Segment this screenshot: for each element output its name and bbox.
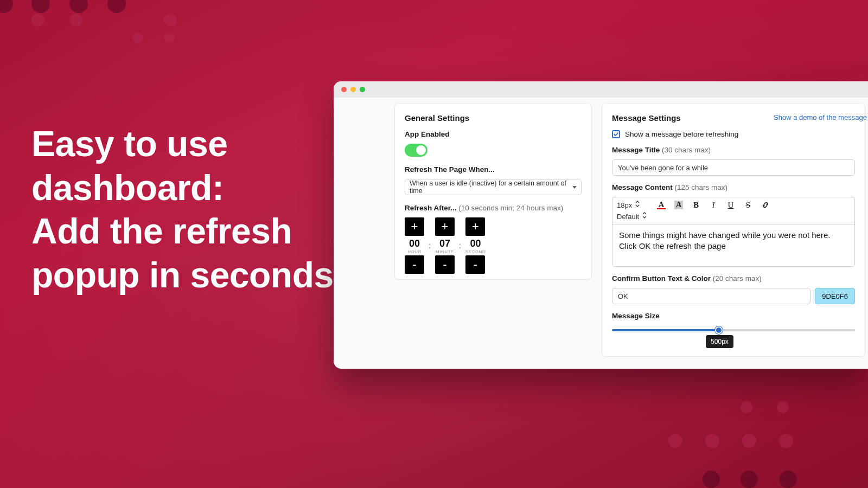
link-icon[interactable] xyxy=(761,201,770,209)
marketing-background: Easy to use dashboard: Add the refresh p… xyxy=(0,0,868,488)
highlight-icon[interactable]: A xyxy=(674,201,683,209)
toggle-knob-icon xyxy=(416,145,426,155)
hour-segment: + 00 HOUR - xyxy=(405,217,424,274)
minute-value: 07 xyxy=(439,238,450,249)
minute-minus-button[interactable]: - xyxy=(435,255,455,274)
message-content-input[interactable]: Some things might have changed while you… xyxy=(612,224,854,266)
chevron-down-icon xyxy=(572,186,577,189)
minimize-icon[interactable] xyxy=(350,87,356,92)
hour-minus-button[interactable]: - xyxy=(405,255,424,274)
second-plus-button[interactable]: + xyxy=(465,217,485,236)
message-settings-card: Message Settings Show a demo of the mess… xyxy=(602,103,865,357)
show-demo-link[interactable]: Show a demo of the message xyxy=(774,113,867,121)
message-title-label: Message Title (30 chars max) xyxy=(612,146,855,154)
second-segment: + 00 SECOND - xyxy=(465,217,486,274)
window-content: General Settings App Enabled Refresh The… xyxy=(334,98,868,369)
app-enabled-label: App Enabled xyxy=(405,130,582,138)
slider-thumb[interactable] xyxy=(715,326,723,334)
check-icon xyxy=(613,131,619,137)
text-color-icon[interactable]: A xyxy=(657,201,666,209)
font-size-select[interactable]: 18px xyxy=(617,201,649,209)
show-before-refresh-checkbox[interactable] xyxy=(612,130,620,138)
confirm-color-swatch[interactable]: 9DE0F6 xyxy=(815,288,855,304)
refresh-after-label: Refresh After... (10 seconds min; 24 hou… xyxy=(405,204,582,212)
message-size-slider[interactable]: 500px xyxy=(612,325,855,342)
message-size-label: Message Size xyxy=(612,312,855,320)
close-icon[interactable] xyxy=(341,87,347,92)
confirm-text-input[interactable]: OK xyxy=(612,288,810,304)
time-stepper-row: + 00 HOUR - : + 07 MINUTE - : + xyxy=(405,217,582,274)
marketing-tagline: Easy to use dashboard: Add the refresh p… xyxy=(31,122,334,297)
message-content-label: Message Content (125 chars max) xyxy=(612,183,855,191)
strikethrough-icon[interactable]: S xyxy=(744,201,752,209)
time-separator: : xyxy=(459,217,461,250)
hour-unit-label: HOUR xyxy=(407,249,422,254)
show-before-refresh-row: Show a message before refreshing xyxy=(612,130,855,138)
second-minus-button[interactable]: - xyxy=(465,255,485,274)
minute-plus-button[interactable]: + xyxy=(435,217,455,236)
editor-toolbar: 18px A A B I U S xyxy=(612,197,854,224)
second-value: 00 xyxy=(470,238,481,249)
general-settings-heading: General Settings xyxy=(405,113,582,123)
italic-icon[interactable]: I xyxy=(709,201,718,209)
rich-text-editor: 18px A A B I U S xyxy=(612,197,855,267)
underline-icon[interactable]: U xyxy=(726,201,735,209)
general-settings-card: General Settings App Enabled Refresh The… xyxy=(394,103,592,280)
second-unit-label: SECOND xyxy=(465,249,486,254)
refresh-when-label: Refresh The Page When... xyxy=(405,165,582,174)
hour-value: 00 xyxy=(409,238,420,249)
message-title-input[interactable]: You've been gone for a while xyxy=(612,159,855,176)
confirm-button-label: Confirm Button Text & Color (20 chars ma… xyxy=(612,274,855,282)
show-before-refresh-label: Show a message before refreshing xyxy=(625,130,738,138)
refresh-when-select[interactable]: When a user is idle (inactive) for a cer… xyxy=(405,179,582,195)
bold-icon[interactable]: B xyxy=(692,201,700,209)
time-separator: : xyxy=(429,217,431,250)
app-window: General Settings App Enabled Refresh The… xyxy=(334,81,868,369)
select-arrows-icon xyxy=(635,201,640,209)
refresh-when-value: When a user is idle (inactive) for a cer… xyxy=(410,179,572,195)
slider-tooltip: 500px xyxy=(706,335,733,348)
font-family-select[interactable]: Default xyxy=(617,213,850,221)
hour-plus-button[interactable]: + xyxy=(405,217,424,236)
minute-unit-label: MINUTE xyxy=(436,249,454,254)
maximize-icon[interactable] xyxy=(360,87,365,92)
window-titlebar xyxy=(334,81,868,98)
app-enabled-toggle[interactable] xyxy=(405,144,427,157)
slider-fill xyxy=(612,329,719,331)
minute-segment: + 07 MINUTE - xyxy=(435,217,455,274)
select-arrows-icon xyxy=(642,212,647,220)
